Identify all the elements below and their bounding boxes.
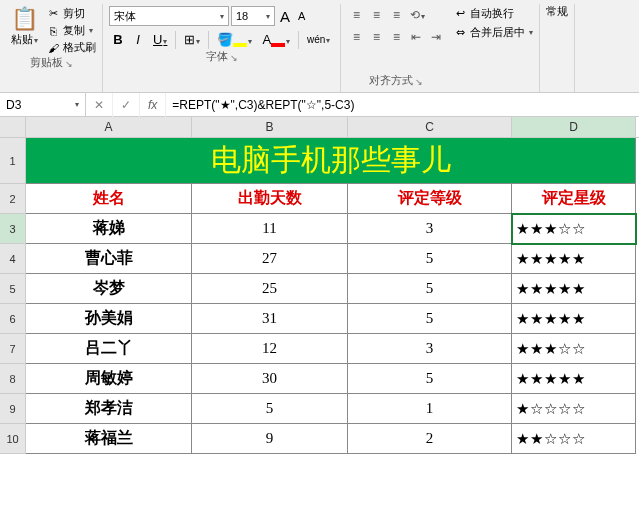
- cell[interactable]: ★★★★★: [512, 304, 636, 334]
- wrap-text-button[interactable]: ↩自动换行: [453, 6, 533, 21]
- copy-button[interactable]: ⎘复制▾: [46, 23, 96, 38]
- table-header-cell[interactable]: 评定等级: [348, 184, 512, 214]
- cell[interactable]: 5: [348, 364, 512, 394]
- chevron-down-icon: ▾: [529, 28, 533, 37]
- dialog-launcher-icon[interactable]: ↘: [415, 77, 423, 87]
- align-left-button[interactable]: ≡: [347, 28, 365, 46]
- cell[interactable]: 3: [348, 214, 512, 244]
- cell[interactable]: 吕二丫: [26, 334, 192, 364]
- title-cell[interactable]: 电脑手机那些事儿: [26, 138, 636, 184]
- row-header[interactable]: 8: [0, 364, 26, 394]
- cell[interactable]: 岑梦: [26, 274, 192, 304]
- cell[interactable]: 2: [348, 424, 512, 454]
- row-header[interactable]: 3: [0, 214, 26, 244]
- chevron-down-icon[interactable]: ▾: [34, 36, 38, 45]
- italic-button[interactable]: I: [129, 30, 147, 49]
- row-header[interactable]: 4: [0, 244, 26, 274]
- cancel-formula-button[interactable]: ✕: [86, 93, 113, 117]
- cell[interactable]: ★★★☆☆: [512, 334, 636, 364]
- cell[interactable]: 5: [348, 274, 512, 304]
- column-header[interactable]: C: [348, 117, 512, 137]
- border-button[interactable]: ⊞▾: [180, 30, 204, 49]
- font-size-value: 18: [236, 10, 248, 22]
- wrap-icon: ↩: [453, 7, 467, 20]
- row-header[interactable]: 1: [0, 138, 26, 184]
- underline-button[interactable]: U▾: [149, 30, 171, 49]
- select-all-corner[interactable]: [0, 117, 26, 137]
- cell[interactable]: ★★★★★: [512, 364, 636, 394]
- font-size-select[interactable]: 18▾: [231, 6, 275, 26]
- font-name-select[interactable]: 宋体▾: [109, 6, 229, 26]
- cell[interactable]: 曹心菲: [26, 244, 192, 274]
- cell[interactable]: 31: [192, 304, 348, 334]
- cell[interactable]: 蒋福兰: [26, 424, 192, 454]
- ribbon: 📋 粘贴▾ ✂剪切 ⎘复制▾ 🖌格式刷 剪贴板 ↘ 宋体▾ 18▾ A A B: [0, 0, 639, 93]
- increase-font-button[interactable]: A: [277, 8, 293, 25]
- table-header-cell[interactable]: 出勤天数: [192, 184, 348, 214]
- cell[interactable]: ★★☆☆☆: [512, 424, 636, 454]
- font-color-button[interactable]: A▾: [258, 30, 294, 49]
- cell[interactable]: 蒋娣: [26, 214, 192, 244]
- cell[interactable]: 12: [192, 334, 348, 364]
- table-header-cell[interactable]: 姓名: [26, 184, 192, 214]
- format-painter-button[interactable]: 🖌格式刷: [46, 40, 96, 55]
- cut-icon: ✂: [46, 7, 60, 20]
- row-header[interactable]: 2: [0, 184, 26, 214]
- cell[interactable]: 5: [348, 244, 512, 274]
- chevron-down-icon: ▾: [266, 12, 270, 21]
- fill-color-button[interactable]: 🪣▾: [213, 30, 256, 49]
- cut-button[interactable]: ✂剪切: [46, 6, 96, 21]
- align-right-button[interactable]: ≡: [387, 28, 405, 46]
- decrease-indent-button[interactable]: ⇤: [407, 28, 425, 46]
- cell[interactable]: 5: [348, 304, 512, 334]
- orientation-button[interactable]: ⟲▾: [407, 6, 428, 24]
- cell[interactable]: 周敏婷: [26, 364, 192, 394]
- cell[interactable]: 9: [192, 424, 348, 454]
- formula-input[interactable]: [166, 98, 639, 112]
- chevron-down-icon[interactable]: ▾: [89, 26, 93, 35]
- copy-icon: ⎘: [46, 25, 60, 37]
- row-header[interactable]: 5: [0, 274, 26, 304]
- column-header[interactable]: D: [512, 117, 636, 137]
- paste-button[interactable]: 📋 粘贴▾: [6, 6, 42, 55]
- phonetic-button[interactable]: wén▾: [303, 32, 334, 47]
- cell[interactable]: 孙美娟: [26, 304, 192, 334]
- fx-icon[interactable]: fx: [140, 93, 166, 117]
- cell[interactable]: 25: [192, 274, 348, 304]
- cell[interactable]: 11: [192, 214, 348, 244]
- group-alignment: ≡ ≡ ≡ ⟲▾ ≡ ≡ ≡ ⇤ ⇥ 对齐方式 ↘ ↩自动换行: [341, 4, 540, 92]
- bold-button[interactable]: B: [109, 30, 127, 49]
- cell[interactable]: ★★★★★: [512, 244, 636, 274]
- fill-icon: 🪣: [217, 32, 233, 47]
- align-top-button[interactable]: ≡: [347, 6, 365, 24]
- cell[interactable]: ★★★★★: [512, 274, 636, 304]
- cell[interactable]: 1: [348, 394, 512, 424]
- merge-icon: ⇔: [453, 26, 467, 39]
- row-header[interactable]: 10: [0, 424, 26, 454]
- cell[interactable]: 郑孝洁: [26, 394, 192, 424]
- dialog-launcher-icon[interactable]: ↘: [230, 53, 238, 63]
- row-header[interactable]: 7: [0, 334, 26, 364]
- group-label-clipboard: 剪贴板: [30, 55, 63, 72]
- cell[interactable]: 3: [348, 334, 512, 364]
- align-bottom-button[interactable]: ≡: [387, 6, 405, 24]
- name-box[interactable]: D3▾: [0, 93, 86, 116]
- cell[interactable]: ★☆☆☆☆: [512, 394, 636, 424]
- table-header-cell[interactable]: 评定星级: [512, 184, 636, 214]
- cell[interactable]: 30: [192, 364, 348, 394]
- align-middle-button[interactable]: ≡: [367, 6, 385, 24]
- column-header[interactable]: B: [192, 117, 348, 137]
- cell[interactable]: 27: [192, 244, 348, 274]
- align-center-button[interactable]: ≡: [367, 28, 385, 46]
- cell[interactable]: ★★★☆☆: [512, 214, 636, 244]
- column-header[interactable]: A: [26, 117, 192, 137]
- increase-indent-button[interactable]: ⇥: [427, 28, 445, 46]
- cell[interactable]: 5: [192, 394, 348, 424]
- merge-center-button[interactable]: ⇔合并后居中▾: [453, 25, 533, 40]
- dialog-launcher-icon[interactable]: ↘: [65, 59, 73, 69]
- decrease-font-button[interactable]: A: [295, 10, 308, 22]
- font-color-icon: A: [262, 32, 271, 47]
- accept-formula-button[interactable]: ✓: [113, 93, 140, 117]
- row-header[interactable]: 6: [0, 304, 26, 334]
- row-header[interactable]: 9: [0, 394, 26, 424]
